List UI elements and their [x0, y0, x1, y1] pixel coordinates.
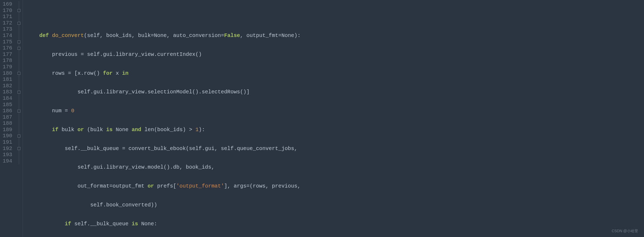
- line-number: 170: [1, 7, 12, 14]
- code-area[interactable]: def do_convert(self, book_ids, bulk=None…: [23, 0, 644, 237]
- fold-guide: [15, 64, 23, 70]
- code-line: self.gui.library_view.model().db, book_i…: [27, 164, 644, 171]
- fold-guide: [15, 32, 23, 39]
- line-number: 169: [1, 1, 12, 7]
- line-number: 186: [1, 108, 12, 114]
- fold-guide: [15, 26, 23, 32]
- fold-guide: [15, 139, 23, 145]
- fold-toggle-icon[interactable]: [15, 7, 23, 14]
- line-number: 174: [1, 32, 12, 39]
- line-number: 192: [1, 145, 12, 152]
- line-number: 172: [1, 20, 12, 26]
- fold-guide: [15, 95, 23, 102]
- line-number: 190: [1, 133, 12, 139]
- fold-toggle-icon[interactable]: [15, 89, 23, 95]
- line-number: 184: [1, 95, 12, 102]
- fold-guide: [15, 51, 23, 58]
- line-number-gutter[interactable]: 1691701711721731741751761771781791801811…: [0, 0, 15, 237]
- line-number: 193: [1, 152, 12, 158]
- code-line: def do_convert(self, book_ids, bulk=None…: [27, 32, 644, 39]
- fold-guide: [15, 1, 23, 7]
- fold-toggle-icon[interactable]: [15, 108, 23, 114]
- line-number: 175: [1, 39, 12, 45]
- code-line: previous = self.gui.library_view.current…: [27, 51, 644, 58]
- fold-toggle-icon[interactable]: [15, 20, 23, 26]
- line-number: 188: [1, 120, 12, 127]
- line-number: 185: [1, 102, 12, 108]
- code-editor: 1691701711721731741751761771781791801811…: [0, 0, 644, 237]
- line-number: 180: [1, 70, 12, 77]
- line-number: 171: [1, 14, 12, 20]
- line-number: 177: [1, 51, 12, 58]
- fold-toggle-icon[interactable]: [15, 133, 23, 139]
- code-line: self.gui.library_view.selectionModel().s…: [27, 89, 644, 95]
- fold-guide: [15, 152, 23, 158]
- code-line: [27, 14, 644, 20]
- code-line: if bulk or (bulk is None and len(book_id…: [27, 127, 644, 133]
- fold-guide: [15, 76, 23, 83]
- fold-guide: [15, 83, 23, 89]
- line-number: 179: [1, 64, 12, 70]
- line-number: 173: [1, 26, 12, 32]
- watermark: CSDN @小哈里: [612, 229, 638, 233]
- line-number: 178: [1, 57, 12, 64]
- line-number: 191: [1, 139, 12, 145]
- code-line: out_format=output_fmt or prefs['output_f…: [27, 183, 644, 189]
- code-line: if self.__bulk_queue is None:: [27, 221, 644, 227]
- code-line: num = 0: [27, 108, 644, 114]
- fold-guide: [15, 158, 23, 164]
- fold-guide: [15, 14, 23, 20]
- fold-guide: [15, 102, 23, 108]
- line-number: 189: [1, 127, 12, 133]
- line-number: 181: [1, 76, 12, 83]
- fold-guide: [15, 114, 23, 120]
- fold-gutter[interactable]: [15, 0, 23, 237]
- fold-guide: [15, 120, 23, 127]
- fold-guide: [15, 127, 23, 133]
- fold-toggle-icon[interactable]: [15, 145, 23, 152]
- line-number: 182: [1, 83, 12, 89]
- line-number: 176: [1, 45, 12, 51]
- line-number: 194: [1, 158, 12, 164]
- code-line: self.book_converted)): [27, 202, 644, 208]
- line-number: 183: [1, 89, 12, 95]
- line-number: 187: [1, 114, 12, 120]
- code-line: self.__bulk_queue = convert_bulk_ebook(s…: [27, 145, 644, 152]
- fold-toggle-icon[interactable]: [15, 45, 23, 51]
- fold-toggle-icon[interactable]: [15, 39, 23, 45]
- code-line: rows = [x.row() for x in: [27, 70, 644, 77]
- fold-guide: [15, 57, 23, 64]
- fold-toggle-icon[interactable]: [15, 70, 23, 77]
